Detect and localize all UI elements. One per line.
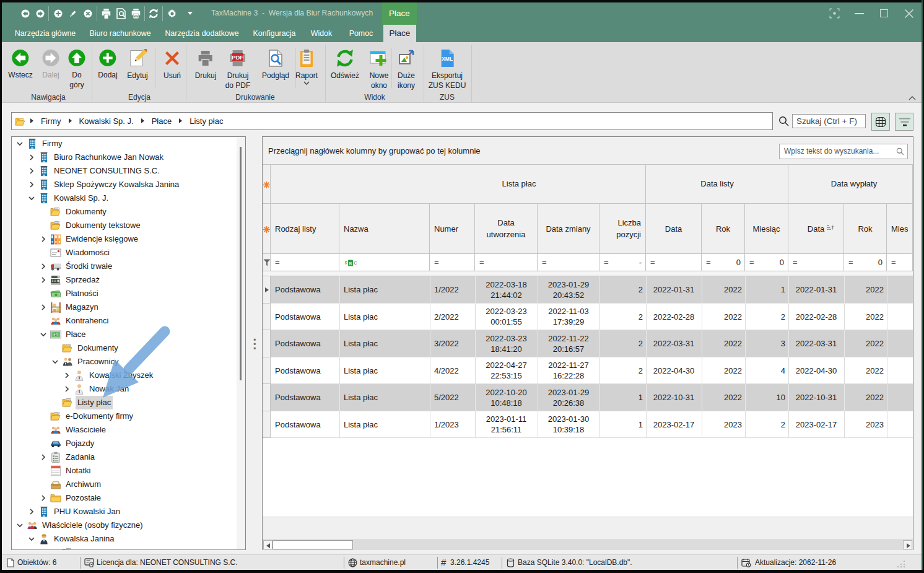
svg-text:R: R xyxy=(345,261,348,265)
svg-text:XML: XML xyxy=(442,56,453,62)
svg-text:PDF: PDF xyxy=(232,54,244,61)
svg-text:B: B xyxy=(349,261,352,266)
svg-text:C: C xyxy=(354,261,357,265)
svg-text:PDF: PDF xyxy=(134,14,139,17)
